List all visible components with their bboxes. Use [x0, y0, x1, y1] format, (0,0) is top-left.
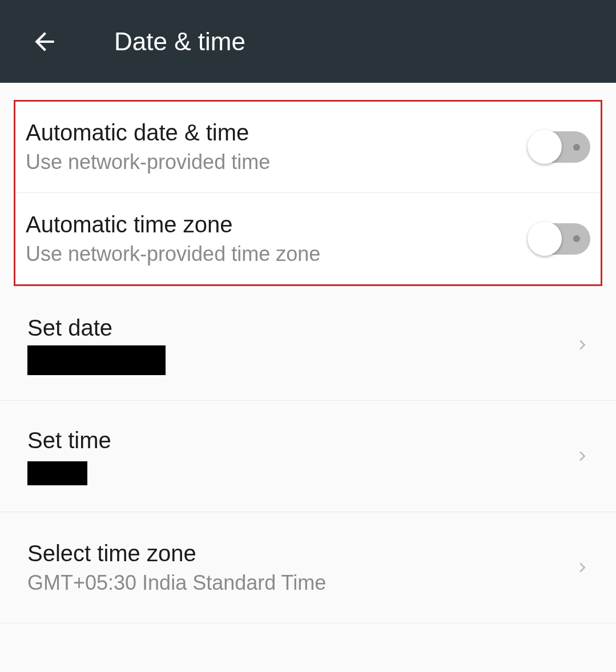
automatic-date-time-toggle[interactable]	[528, 131, 590, 163]
setting-subtitle: GMT+05:30 India Standard Time	[27, 571, 326, 595]
toggle-off-dot-icon	[573, 144, 580, 151]
back-arrow-icon[interactable]	[29, 26, 60, 57]
setting-text-block: Select time zone GMT+05:30 India Standar…	[27, 541, 326, 595]
toggle-off-dot-icon	[573, 235, 580, 242]
plain-settings-group: Set date Set time Select time	[0, 289, 616, 623]
setting-title: Automatic time zone	[26, 212, 320, 238]
app-header: Date & time	[0, 0, 616, 83]
setting-title: Select time zone	[27, 541, 326, 566]
redacted-time-value	[27, 461, 87, 485]
set-time-row[interactable]: Set time	[0, 401, 616, 512]
automatic-time-zone-row[interactable]: Automatic time zone Use network-provided…	[15, 193, 601, 284]
setting-title: Automatic date & time	[26, 120, 270, 146]
toggle-knob	[528, 222, 562, 256]
setting-subtitle: Use network-provided time	[26, 150, 270, 174]
redacted-date-value	[27, 345, 166, 375]
setting-text-block: Automatic time zone Use network-provided…	[26, 212, 320, 266]
page-title: Date & time	[114, 27, 245, 56]
chevron-right-icon	[573, 558, 592, 577]
settings-content: Automatic date & time Use network-provid…	[0, 83, 616, 623]
set-date-row[interactable]: Set date	[0, 289, 616, 401]
highlighted-settings-group: Automatic date & time Use network-provid…	[14, 100, 602, 286]
setting-title: Set date	[27, 315, 166, 341]
setting-title: Set time	[27, 428, 111, 453]
chevron-right-icon	[573, 335, 592, 355]
automatic-time-zone-toggle[interactable]	[528, 223, 590, 255]
automatic-date-time-row[interactable]: Automatic date & time Use network-provid…	[15, 102, 601, 193]
setting-subtitle: Use network-provided time zone	[26, 242, 320, 266]
select-time-zone-row[interactable]: Select time zone GMT+05:30 India Standar…	[0, 512, 616, 623]
setting-text-block: Set date	[27, 315, 166, 375]
chevron-right-icon	[573, 446, 592, 466]
setting-text-block: Automatic date & time Use network-provid…	[26, 120, 270, 174]
toggle-knob	[528, 130, 562, 164]
setting-text-block: Set time	[27, 428, 111, 485]
